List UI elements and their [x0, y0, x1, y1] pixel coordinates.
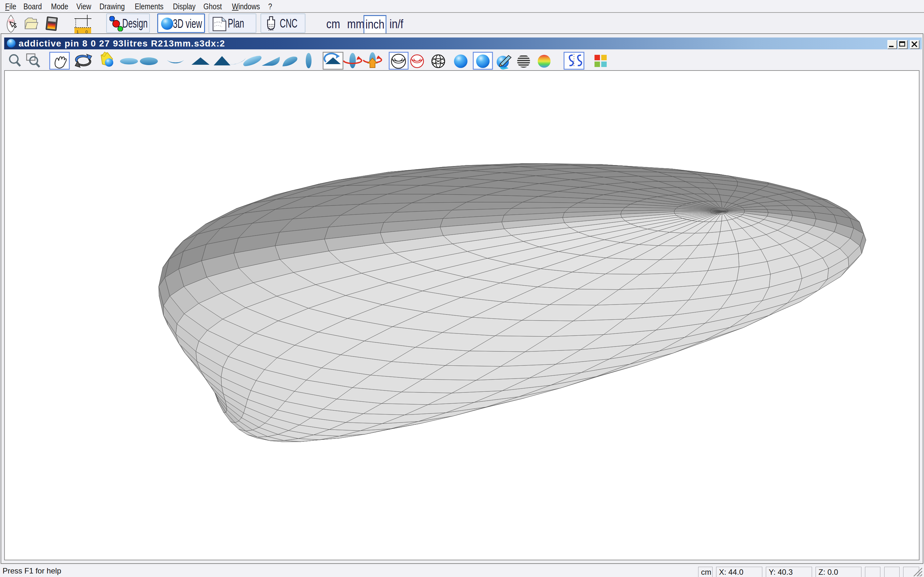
- svg-text:0: 0: [86, 29, 87, 33]
- svg-text:1: 1: [76, 29, 79, 33]
